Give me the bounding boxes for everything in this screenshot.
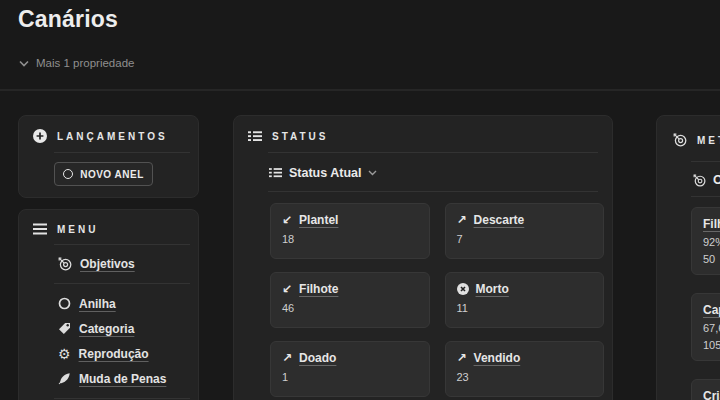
metas-card: MET Ob Filho 92% 50 Cap 67,6% 105 Cria	[656, 115, 720, 400]
metas-header-label: MET	[697, 135, 720, 146]
menu-item-label: Objetivos	[80, 257, 135, 271]
novo-anel-label: NOVO ANEL	[80, 169, 144, 180]
tile-label: Cap	[703, 303, 720, 317]
metas-tiles: Filho 92% 50 Cap 67,6% 105 Cria	[691, 207, 720, 400]
feather-icon	[58, 372, 71, 385]
tile-value: 7	[457, 233, 593, 245]
tile-value: 46	[282, 302, 418, 314]
tile-label: Vendido	[474, 351, 521, 365]
list-icon	[269, 166, 282, 179]
ring-icon	[58, 297, 71, 310]
status-tile-vendido[interactable]: ↗ Vendido 23	[445, 341, 605, 397]
status-tile-doado[interactable]: ↗ Doado 1	[270, 341, 430, 397]
arrow-down-left-icon: ↙	[282, 214, 292, 226]
divider	[691, 161, 720, 162]
menu-card-header[interactable]: MENU	[19, 210, 198, 244]
divider	[268, 191, 598, 192]
status-card: STATUS Status Atual ↙ Plantel 18 ↗ Desca…	[233, 115, 613, 400]
menu-item-objetivos[interactable]: Objetivos	[58, 251, 198, 277]
menu-group: Anilha Categoria ⚙ Reprodução Muda de Pe…	[19, 291, 198, 391]
status-tiles-grid: ↙ Plantel 18 ↗ Descarte 7 ↙ Filhote 46	[270, 203, 604, 397]
target-icon	[58, 257, 72, 271]
status-view-selector[interactable]: Status Atual	[269, 162, 598, 183]
tile-value: 1	[282, 371, 418, 383]
page-title: Canários	[18, 6, 118, 33]
target-icon	[673, 133, 687, 147]
hamburger-icon	[33, 223, 47, 235]
arrow-down-left-icon: ↙	[282, 283, 292, 295]
chevron-down-icon	[19, 60, 29, 67]
divider	[54, 244, 190, 245]
menu-item-label: Muda de Penas	[79, 372, 166, 386]
arrow-up-right-icon: ↗	[457, 214, 467, 226]
status-header-label: STATUS	[272, 131, 329, 142]
menu-item-anilha[interactable]: Anilha	[58, 291, 198, 316]
menu-item-reproducao[interactable]: ⚙ Reprodução	[58, 341, 198, 366]
tile-value: 50	[703, 253, 720, 265]
tile-value: 105	[703, 339, 720, 351]
metas-card-header[interactable]: MET	[657, 116, 720, 161]
divider	[0, 89, 720, 91]
divider	[54, 398, 190, 399]
ring-icon	[63, 169, 73, 179]
divider	[54, 283, 190, 284]
properties-label: Mais 1 propriedade	[36, 57, 134, 69]
launches-header-label: LANÇAMENTOS	[57, 131, 168, 142]
arrow-up-right-icon: ↗	[457, 352, 467, 364]
tile-percent: 67,6%	[703, 322, 720, 334]
plus-circle-icon	[33, 129, 47, 143]
x-circle-icon	[457, 283, 469, 295]
metas-tile-cap[interactable]: Cap 67,6% 105	[691, 293, 720, 361]
tile-value: 18	[282, 233, 418, 245]
gear-icon: ⚙	[58, 347, 71, 361]
tile-percent: 92%	[703, 236, 720, 248]
metas-tile-filhote[interactable]: Filho 92% 50	[691, 207, 720, 275]
tile-value: 23	[457, 371, 593, 383]
list-icon	[248, 129, 262, 143]
status-tile-plantel[interactable]: ↙ Plantel 18	[270, 203, 430, 259]
status-view-label: Status Atual	[289, 166, 361, 180]
novo-anel-button[interactable]: NOVO ANEL	[54, 162, 153, 186]
tile-label: Cria	[703, 389, 720, 400]
status-tile-filhote[interactable]: ↙ Filhote 46	[270, 272, 430, 328]
metas-tile-cria[interactable]: Cria	[691, 379, 720, 400]
tag-icon	[58, 322, 71, 335]
arrow-up-right-icon: ↗	[282, 352, 292, 364]
menu-item-label: Anilha	[79, 297, 116, 311]
tile-value: 11	[457, 302, 593, 314]
menu-header-label: MENU	[57, 224, 98, 235]
tile-label: Plantel	[299, 213, 338, 227]
metas-view-selector[interactable]: Ob	[693, 170, 720, 190]
menu-item-muda-de-penas[interactable]: Muda de Penas	[58, 366, 198, 391]
divider	[691, 196, 720, 197]
menu-item-label: Reprodução	[79, 347, 149, 361]
launches-card-header[interactable]: LANÇAMENTOS	[19, 116, 198, 152]
target-icon	[693, 174, 706, 187]
metas-view-label: Ob	[713, 173, 720, 187]
tile-label: Filhote	[299, 282, 338, 296]
tile-label: Morto	[476, 282, 509, 296]
chevron-down-icon	[368, 170, 377, 176]
divider	[268, 152, 598, 153]
menu-item-label: Categoria	[79, 322, 134, 336]
launches-card: LANÇAMENTOS NOVO ANEL	[18, 115, 199, 198]
status-tile-morto[interactable]: Morto 11	[445, 272, 605, 328]
tile-label: Doado	[299, 351, 336, 365]
menu-card: MENU Objetivos Anilha Categoria ⚙ Reprod…	[18, 209, 199, 400]
status-card-header[interactable]: STATUS	[234, 116, 612, 152]
status-tile-descarte[interactable]: ↗ Descarte 7	[445, 203, 605, 259]
menu-item-categoria[interactable]: Categoria	[58, 316, 198, 341]
tile-label: Filho	[703, 217, 720, 231]
tile-label: Descarte	[474, 213, 525, 227]
divider	[54, 152, 190, 153]
properties-toggle[interactable]: Mais 1 propriedade	[19, 57, 134, 69]
